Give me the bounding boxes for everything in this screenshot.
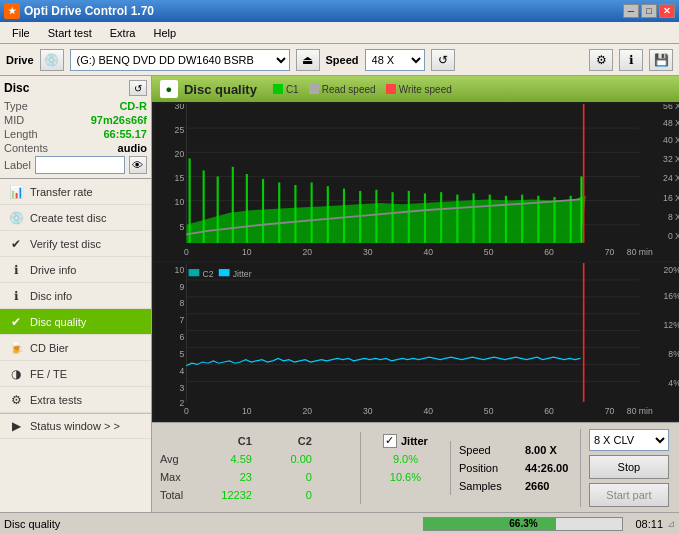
svg-text:10: 10 [175,264,185,275]
stats-max-c2: 0 [260,471,320,483]
stats-max-row: Max 23 0 [160,468,360,486]
svg-rect-49 [472,193,474,243]
eject-button[interactable]: ⏏ [296,49,320,71]
sidebar-item-label: Transfer rate [30,186,93,198]
sidebar-item-cd-bier[interactable]: 🍺 CD Bier [0,335,151,361]
close-button[interactable]: ✕ [659,4,675,18]
jitter-checkbox[interactable]: ✓ [383,434,397,448]
stats-c1-header: C1 [200,435,260,447]
samples-value: 2660 [525,480,549,492]
svg-rect-51 [505,196,507,243]
drive-info-icon: ℹ [8,262,24,278]
stats-c2-header: C2 [260,435,320,447]
sidebar-nav: 📊 Transfer rate 💿 Create test disc ✔ Ver… [0,179,151,512]
cd-bier-icon: 🍺 [8,340,24,356]
jitter-label: Jitter [401,435,428,447]
settings-button[interactable]: ⚙ [589,49,613,71]
disc-type-row: Type CD-R [4,100,147,112]
sidebar-item-transfer-rate[interactable]: 📊 Transfer rate [0,179,151,205]
sidebar-item-label: Drive info [30,264,76,276]
svg-text:3: 3 [179,383,184,394]
sidebar-item-label: Create test disc [30,212,106,224]
svg-rect-45 [408,191,410,243]
sidebar-item-verify-test-disc[interactable]: ✔ Verify test disc [0,231,151,257]
sidebar-item-disc-quality[interactable]: ✔ Disc quality [0,309,151,335]
samples-row: Samples 2660 [459,477,572,495]
svg-rect-35 [246,174,248,243]
svg-text:40: 40 [423,406,433,417]
disc-label-input[interactable] [35,156,125,174]
svg-rect-56 [580,176,582,242]
menu-help[interactable]: Help [145,25,184,41]
position-label: Position [459,462,519,474]
svg-text:24 X: 24 X [663,173,679,184]
speed-row-label: Speed [459,444,519,456]
sidebar-item-label: FE / TE [30,368,67,380]
disc-length-row: Length 66:55.17 [4,128,147,140]
menu-extra[interactable]: Extra [102,25,144,41]
stats-max-label: Max [160,471,200,483]
speed-row: Speed 8.00 X [459,441,572,459]
svg-text:0: 0 [184,247,189,258]
stop-button[interactable]: Stop [589,455,669,479]
disc-contents-val: audio [118,142,147,154]
refresh-button[interactable]: ↺ [431,49,455,71]
label-eye-button[interactable]: 👁 [129,156,147,174]
svg-text:20: 20 [175,149,185,160]
sidebar-item-create-test-disc[interactable]: 💿 Create test disc [0,205,151,231]
legend-write-speed-label: Write speed [399,84,452,95]
svg-text:50: 50 [484,406,494,417]
svg-text:30: 30 [175,104,185,111]
status-window-icon: ▶ [8,418,24,434]
start-part-button[interactable]: Start part [589,483,669,507]
svg-text:20: 20 [302,406,312,417]
menu-file[interactable]: File [4,25,38,41]
svg-text:48 X: 48 X [663,117,679,128]
disc-refresh-button[interactable]: ↺ [129,80,147,96]
sidebar-item-extra-tests[interactable]: ⚙ Extra tests [0,387,151,413]
svg-rect-39 [310,183,312,243]
svg-rect-48 [456,195,458,243]
maximize-button[interactable]: □ [641,4,657,18]
svg-rect-31 [188,158,190,243]
save-button[interactable]: 💾 [649,49,673,71]
sidebar-item-label: CD Bier [30,342,69,354]
svg-text:5: 5 [179,221,184,232]
svg-rect-44 [391,192,393,243]
stats-total-c2: 0 [260,489,320,501]
svg-text:60: 60 [544,247,554,258]
info-button[interactable]: ℹ [619,49,643,71]
chart-c2-svg: C2 Jitter 10 9 8 7 6 5 4 3 2 [154,263,679,420]
disc-type-key: Type [4,100,28,112]
svg-rect-55 [570,196,572,243]
sidebar-item-disc-info[interactable]: ℹ Disc info [0,283,151,309]
disc-contents-row: Contents audio [4,142,147,154]
sidebar-item-status-window[interactable]: ▶ Status window > > [0,413,151,439]
speed-select[interactable]: 48 X [365,49,425,71]
chart-legend: C1 Read speed Write speed [273,84,452,95]
menu-bar: File Start test Extra Help [0,22,679,44]
stats-max-c1: 23 [200,471,260,483]
drive-bar: Drive 💿 (G:) BENQ DVD DD DW1640 BSRB ⏏ S… [0,44,679,76]
menu-start-test[interactable]: Start test [40,25,100,41]
main-content: ● Disc quality C1 Read speed Write speed [152,76,679,512]
position-value: 44:26.00 [525,462,568,474]
speed-clv-select[interactable]: 8 X CLV [589,429,669,451]
svg-text:70: 70 [605,247,615,258]
sidebar-item-fe-te[interactable]: ◑ FE / TE [0,361,151,387]
transfer-rate-icon: 📊 [8,184,24,200]
svg-text:40 X: 40 X [663,134,679,145]
status-bar: Disc quality 66.3% 08:11 ⊿ [0,512,679,534]
sidebar-item-drive-info[interactable]: ℹ Drive info [0,257,151,283]
svg-rect-50 [489,195,491,243]
stats-total-label: Total [160,489,200,501]
drive-select[interactable]: (G:) BENQ DVD DD DW1640 BSRB [70,49,290,71]
stats-header-row: C1 C2 [160,432,360,450]
svg-text:10: 10 [242,406,252,417]
svg-text:32 X: 32 X [663,154,679,165]
progress-text: 66.3% [424,518,622,530]
minimize-button[interactable]: ─ [623,4,639,18]
svg-rect-33 [217,176,219,242]
disc-label-key: Label [4,159,31,171]
svg-text:16%: 16% [663,291,679,302]
